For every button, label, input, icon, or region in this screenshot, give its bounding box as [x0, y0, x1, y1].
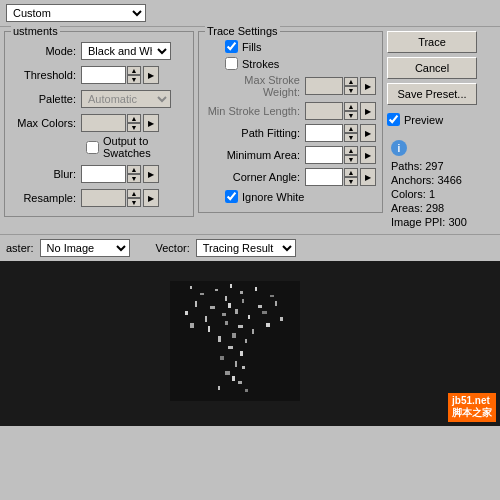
mode-label: Mode: — [11, 45, 81, 57]
output-swatches-label: Output to Swatches — [103, 135, 187, 159]
svg-rect-3 — [230, 284, 232, 288]
max-colors-up[interactable]: ▲ — [127, 114, 141, 123]
svg-rect-35 — [242, 366, 245, 369]
corner-angle-btns: ▲ ▼ — [344, 168, 358, 186]
max-colors-down[interactable]: ▼ — [127, 123, 141, 132]
svg-rect-14 — [275, 301, 277, 306]
svg-rect-21 — [280, 317, 283, 321]
adjustments-label: ustments — [11, 25, 60, 37]
save-preset-button[interactable]: Save Preset... — [387, 83, 477, 105]
threshold-up[interactable]: ▲ — [127, 66, 141, 75]
trace-settings-group: Trace Settings Fills Strokes Max Stroke … — [198, 31, 383, 213]
max-stroke-btns: ▲ ▼ — [344, 77, 358, 95]
resample-arrow[interactable]: ▶ — [143, 189, 159, 207]
svg-rect-34 — [235, 361, 237, 367]
min-stroke-input[interactable]: 20 px — [305, 102, 343, 120]
threshold-input[interactable]: 201 — [81, 66, 126, 84]
path-fitting-down[interactable]: ▼ — [344, 133, 358, 142]
info-section: i Paths: 297 Anchors: 3466 Colors: 1 Are… — [387, 140, 487, 230]
palette-select[interactable]: Automatic — [81, 90, 171, 108]
trace-button[interactable]: Trace — [387, 31, 477, 53]
preview-image — [170, 281, 300, 401]
max-stroke-input[interactable]: 10 px — [305, 77, 343, 95]
raster-label: aster: — [6, 242, 34, 254]
blur-down[interactable]: ▼ — [127, 174, 141, 183]
svg-rect-36 — [225, 371, 230, 375]
svg-rect-39 — [218, 386, 220, 390]
preview-checkbox[interactable] — [387, 113, 400, 126]
blur-up[interactable]: ▲ — [127, 165, 141, 174]
preset-select[interactable]: Custom — [6, 4, 146, 22]
max-stroke-down[interactable]: ▼ — [344, 86, 358, 95]
min-stroke-up[interactable]: ▲ — [344, 102, 358, 111]
svg-rect-10 — [210, 306, 215, 309]
path-fitting-input[interactable]: 2 px — [305, 124, 343, 142]
output-swatches-checkbox[interactable] — [86, 141, 99, 154]
min-stroke-btns: ▲ ▼ — [344, 102, 358, 120]
anchors-label: Anchors: — [391, 174, 434, 186]
corner-angle-arrow[interactable]: ▶ — [360, 168, 376, 186]
resample-down[interactable]: ▼ — [127, 198, 141, 207]
svg-rect-0 — [170, 281, 300, 401]
ignore-white-checkbox[interactable] — [225, 190, 238, 203]
areas-value: 298 — [426, 202, 444, 214]
image-ppi-label: Image PPI: — [391, 216, 445, 228]
image-ppi-value: 300 — [448, 216, 466, 228]
mode-row: Mode: Black and White — [11, 42, 187, 60]
threshold-arrow[interactable]: ▶ — [143, 66, 159, 84]
threshold-row: Threshold: 201 ▲ ▼ ▶ — [11, 66, 187, 84]
min-stroke-arrow[interactable]: ▶ — [360, 102, 376, 120]
min-area-input[interactable]: 10 px — [305, 146, 343, 164]
areas-info: Areas: 298 — [391, 202, 487, 214]
corner-angle-row: Corner Angle: 20 ▲ ▼ ▶ — [205, 168, 376, 186]
svg-rect-1 — [190, 286, 192, 289]
middle-panel: Trace Settings Fills Strokes Max Stroke … — [198, 31, 383, 230]
svg-rect-9 — [195, 301, 197, 307]
svg-rect-28 — [218, 336, 221, 342]
resample-up[interactable]: ▲ — [127, 189, 141, 198]
min-stroke-down[interactable]: ▼ — [344, 111, 358, 120]
resample-input[interactable]: 300 px — [81, 189, 126, 207]
anchors-info: Anchors: 3466 — [391, 174, 487, 186]
corner-angle-up[interactable]: ▲ — [344, 168, 358, 177]
min-area-up[interactable]: ▲ — [344, 146, 358, 155]
mode-select[interactable]: Black and White — [81, 42, 171, 60]
max-stroke-label: Max Stroke Weight: — [205, 74, 305, 98]
svg-rect-25 — [238, 325, 243, 328]
preview-area: jb51.net 脚本之家 — [0, 261, 500, 426]
svg-rect-12 — [242, 299, 244, 303]
path-fitting-arrow[interactable]: ▶ — [360, 124, 376, 142]
cancel-button[interactable]: Cancel — [387, 57, 477, 79]
min-area-row: Minimum Area: 10 px ▲ ▼ ▶ — [205, 146, 376, 164]
max-stroke-up[interactable]: ▲ — [344, 77, 358, 86]
blur-arrow[interactable]: ▶ — [143, 165, 159, 183]
svg-rect-37 — [232, 376, 235, 381]
min-area-down[interactable]: ▼ — [344, 155, 358, 164]
adjustments-group: ustments Mode: Black and White Threshold… — [4, 31, 194, 217]
corner-angle-label: Corner Angle: — [205, 171, 305, 183]
info-icon: i — [391, 140, 407, 156]
path-fitting-up[interactable]: ▲ — [344, 124, 358, 133]
max-colors-input[interactable]: 6 — [81, 114, 126, 132]
palette-row: Palette: Automatic — [11, 90, 187, 108]
watermark-site: jb51.net — [452, 395, 492, 406]
corner-angle-input[interactable]: 20 — [305, 168, 343, 186]
threshold-down[interactable]: ▼ — [127, 75, 141, 84]
strokes-label: Strokes — [242, 58, 279, 70]
fills-label: Fills — [242, 41, 262, 53]
strokes-checkbox[interactable] — [225, 57, 238, 70]
vector-select[interactable]: Tracing Result — [196, 239, 296, 257]
vector-label: Vector: — [156, 242, 190, 254]
colors-label: Colors: — [391, 188, 426, 200]
raster-select[interactable]: No Image — [40, 239, 130, 257]
blur-label: Blur: — [11, 168, 81, 180]
path-fitting-row: Path Fitting: 2 px ▲ ▼ ▶ — [205, 124, 376, 142]
max-stroke-arrow[interactable]: ▶ — [360, 77, 376, 95]
min-area-arrow[interactable]: ▶ — [360, 146, 376, 164]
max-colors-arrow[interactable]: ▶ — [143, 114, 159, 132]
blur-input[interactable]: 0 px — [81, 165, 126, 183]
fills-checkbox[interactable] — [225, 40, 238, 53]
svg-rect-13 — [258, 305, 262, 308]
path-fitting-label: Path Fitting: — [205, 127, 305, 139]
corner-angle-down[interactable]: ▼ — [344, 177, 358, 186]
